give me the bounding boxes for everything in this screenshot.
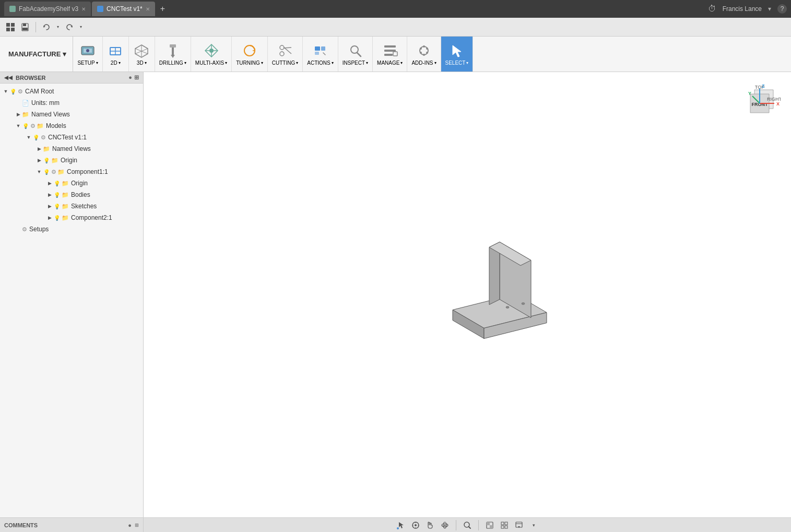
grid-button[interactable] — [4, 21, 17, 33]
svg-rect-2 — [6, 28, 10, 31]
settings-dropdown-arrow[interactable]: ▾ — [528, 519, 539, 531]
svg-rect-30 — [315, 46, 320, 51]
tree-icons-models: 💡 ⚙ 📁 — [22, 122, 44, 129]
svg-rect-1 — [11, 23, 15, 27]
tree-item-cnctest[interactable]: ▼ 💡 ⚙ CNCTest v1:1 — [0, 132, 143, 143]
svg-rect-3 — [11, 28, 15, 31]
ribbon-manage[interactable]: MANAGE▾ — [373, 37, 407, 72]
svg-rect-6 — [22, 28, 28, 30]
origin2-label: Origin — [71, 180, 88, 187]
ribbon-inspect[interactable]: INSPECT▾ — [338, 37, 373, 72]
hand-tool-btn[interactable] — [424, 519, 436, 531]
browser-expand-icon[interactable]: ⊞ — [134, 74, 139, 81]
svg-rect-84 — [505, 522, 507, 525]
ribbon-cutting[interactable]: CUTTING▾ — [268, 37, 303, 72]
tree-item-component2[interactable]: ▶ 💡 📁 Component2:1 — [0, 212, 143, 223]
svg-point-70 — [415, 524, 417, 526]
add-ins-icon — [416, 42, 432, 59]
tree-item-cam-root[interactable]: ▼ 💡 ⚙ CAM Root — [0, 86, 143, 97]
display-mode-btn[interactable] — [484, 519, 495, 531]
redo-button[interactable] — [63, 21, 76, 33]
tree-arrow-named-views: ▶ — [15, 112, 22, 117]
title-bar-right: ⏱ Francis Lance ▾ ? — [708, 4, 787, 14]
svg-point-43 — [426, 48, 428, 50]
tree-icons-named-views-2: 📁 — [43, 146, 50, 152]
cursor-tool-btn[interactable] — [395, 519, 407, 531]
tree-icons-component2: 💡 📁 — [53, 214, 69, 221]
user-label[interactable]: Francis Lance — [723, 5, 762, 13]
ribbon-add-ins[interactable]: ADD-INS▾ — [407, 37, 441, 72]
save-button[interactable] — [19, 21, 31, 33]
svg-marker-48 — [453, 45, 461, 57]
help-button[interactable]: ? — [777, 4, 787, 14]
bulb-icon-models: 💡 — [22, 122, 29, 129]
search-btn[interactable] — [462, 519, 473, 531]
named-views-label: Named Views — [31, 111, 70, 118]
undo-dropdown[interactable]: ▾ — [55, 21, 61, 33]
gear-icon-models: ⚙ — [30, 123, 36, 129]
select-icon — [448, 42, 465, 59]
folder-icon-component2: 📁 — [62, 215, 69, 221]
svg-rect-82 — [490, 525, 493, 528]
tree-item-setups[interactable]: ▶ ⚙ Setups — [0, 223, 143, 235]
grid-display-btn[interactable] — [499, 519, 510, 531]
ribbon-turning[interactable]: TURNING▾ — [232, 37, 268, 72]
ribbon-actions[interactable]: ACTIONS▾ — [303, 37, 338, 72]
comments-label: COMMENTS — [4, 522, 38, 528]
tree-arrow-cnctest: ▼ — [25, 135, 32, 140]
tree-item-origin2[interactable]: ▶ 💡 📁 Origin — [0, 178, 143, 189]
ribbon-3d[interactable]: 3D▾ — [129, 37, 155, 72]
redo-dropdown[interactable]: ▾ — [78, 21, 84, 33]
ribbon-drilling[interactable]: DRILLING▾ — [155, 37, 191, 72]
browser-header: ◀◀ BROWSER ● ⊞ — [0, 72, 143, 84]
component2-label: Component2:1 — [71, 214, 112, 221]
tab-close-cnctest[interactable]: ✕ — [146, 6, 150, 12]
tree-item-bodies[interactable]: ▶ 💡 📁 Bodies — [0, 189, 143, 200]
tree-item-units[interactable]: ▶ 📄 Units: mm — [0, 97, 143, 109]
svg-point-27 — [280, 45, 284, 50]
multi-axis-label: MULTI-AXIS▾ — [195, 60, 227, 66]
tree-icons-sketches: 💡 📁 — [53, 203, 69, 210]
browser-eye-icon[interactable]: ● — [128, 74, 132, 81]
add-tab-button[interactable]: + — [156, 4, 169, 14]
tree-item-named-views[interactable]: ▶ 📁 Named Views — [0, 109, 143, 120]
tree-item-sketches[interactable]: ▶ 💡 📁 Sketches — [0, 200, 143, 212]
tab-fabacademy[interactable]: FabAcademyShelf v3 ✕ — [4, 2, 91, 16]
comments-section[interactable]: COMMENTS ● ⊞ — [0, 518, 144, 532]
tree-icons-origin: 💡 📁 — [43, 157, 58, 164]
history-icon[interactable]: ⏱ — [708, 4, 716, 14]
folder-icon-named-views: 📁 — [22, 111, 29, 118]
bulb-icon-origin: 💡 — [43, 157, 50, 164]
tree-item-models[interactable]: ▼ 💡 ⚙ 📁 Models — [0, 120, 143, 132]
snap-tool-btn[interactable] — [410, 519, 421, 531]
svg-marker-18 — [171, 55, 175, 58]
bottom-bar: COMMENTS ● ⊞ — [0, 517, 791, 532]
orbit-tool-btn[interactable] — [439, 519, 451, 531]
tree-icons-component1: 💡 ⚙ 📁 — [43, 168, 65, 175]
folder-icon-origin2: 📁 — [62, 180, 69, 187]
bulb-icon-component1: 💡 — [43, 168, 50, 175]
ribbon-select[interactable]: SELECT▾ — [441, 37, 474, 72]
component1-label: Component1:1 — [67, 168, 108, 175]
viewport[interactable]: TOP FRONT RIGHT X Y Z — [144, 72, 791, 517]
svg-point-20 — [209, 49, 214, 53]
2d-label: 2D▾ — [111, 60, 121, 66]
ribbon-2d[interactable]: 2D▾ — [103, 37, 129, 72]
undo-button[interactable] — [40, 21, 53, 33]
comments-resize-icon[interactable]: ⊞ — [135, 523, 139, 528]
svg-rect-32 — [315, 52, 319, 55]
svg-text:Z: Z — [762, 84, 765, 89]
tab-close-fabacademy[interactable]: ✕ — [81, 6, 86, 12]
manufacture-menu[interactable]: MANUFACTURE ▾ — [2, 37, 73, 72]
tree-item-named-views-2[interactable]: ▶ 📁 Named Views — [0, 143, 143, 155]
svg-rect-39 — [393, 52, 397, 56]
ribbon-setup[interactable]: SETUP▾ — [73, 37, 102, 72]
bottom-toolbar: ▾ — [144, 519, 791, 531]
tree-item-origin[interactable]: ▶ 💡 📁 Origin — [0, 155, 143, 166]
collapse-icon[interactable]: ◀◀ — [4, 75, 13, 80]
tab-cnctest[interactable]: CNCTest v1* ✕ — [92, 2, 155, 16]
ribbon-multi-axis[interactable]: MULTI-AXIS▾ — [191, 37, 232, 72]
bulb-icon-sketches: 💡 — [53, 203, 61, 210]
tree-item-component1[interactable]: ▼ 💡 ⚙ 📁 Component1:1 — [0, 166, 143, 178]
settings-dropdown-btn[interactable] — [513, 519, 525, 531]
